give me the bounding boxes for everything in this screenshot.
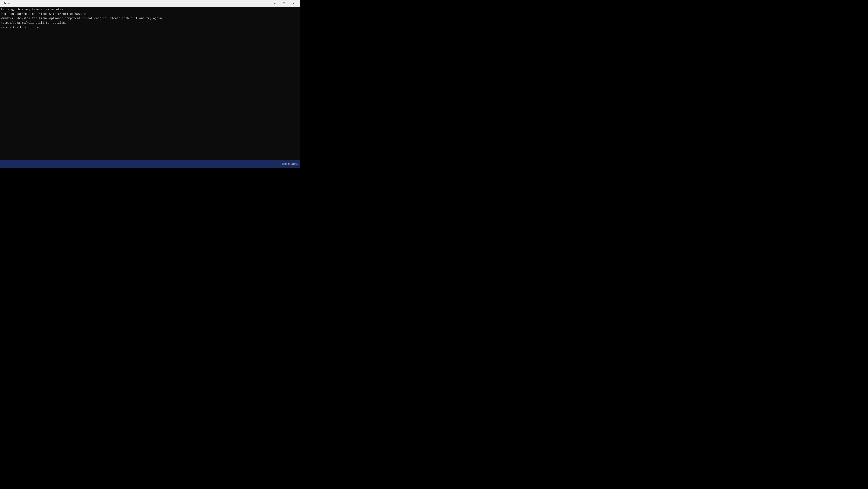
ubuntu-window: Ubuntu − □ ✕ talling, this may take a fe…: [0, 0, 300, 168]
maximize-button[interactable]: □: [279, 0, 289, 7]
taskbar: 右键此处互动图标: [0, 160, 300, 168]
minimize-button[interactable]: −: [270, 0, 279, 7]
terminal-line-1: talling, this may take a few minutes...: [1, 7, 299, 12]
terminal-line-4: https://aka.ms/wslinstall for details.: [1, 21, 299, 25]
terminal-line-3: Windows Subsystem for Linux optional com…: [1, 16, 299, 21]
close-button[interactable]: ✕: [289, 0, 298, 7]
taskbar-icons-label: 右键此处互动图标: [282, 163, 298, 166]
terminal-line-2: RegisterDistribution failed with error: …: [1, 12, 299, 17]
title-bar: Ubuntu − □ ✕: [0, 0, 300, 7]
terminal-line-5: ss any key to continue...: [1, 25, 299, 30]
terminal-output: talling, this may take a few minutes... …: [0, 7, 300, 160]
window-controls: − □ ✕: [270, 0, 298, 7]
window-title: Ubuntu: [2, 2, 10, 5]
taskbar-system-tray: 右键此处互动图标: [282, 163, 298, 166]
